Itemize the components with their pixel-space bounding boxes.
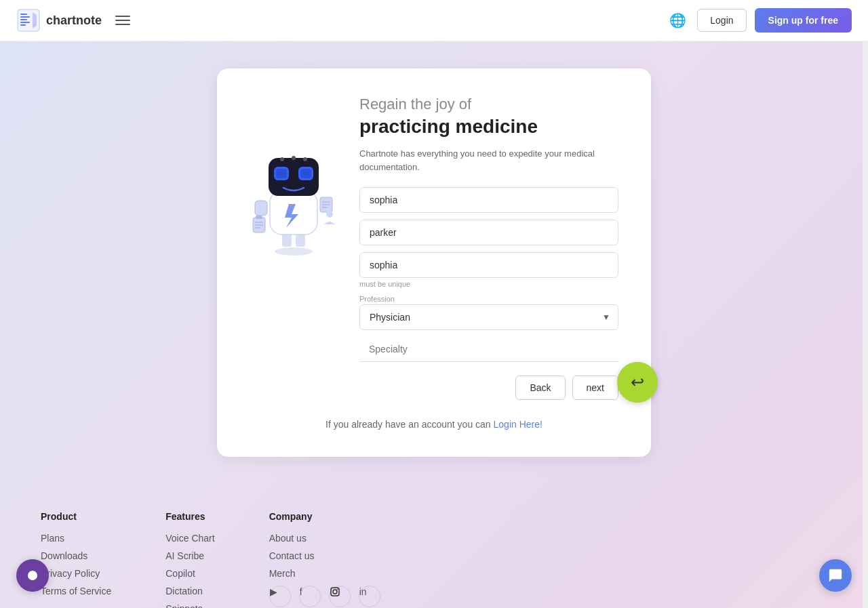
first-name-input[interactable] [359, 187, 618, 213]
youtube-icon[interactable]: ▶ [269, 586, 291, 607]
svg-rect-14 [300, 169, 311, 178]
signup-card: Regain the joy of practicing medicine Ch… [217, 68, 651, 457]
login-button[interactable]: Login [697, 9, 746, 32]
chat-widget[interactable] [819, 559, 852, 592]
svg-rect-4 [20, 22, 30, 23]
specialty-group [359, 337, 618, 362]
header-right: 🌐 Login Sign up for free [667, 8, 852, 33]
svg-rect-27 [256, 216, 262, 219]
footer-product-heading: Product [41, 511, 111, 522]
unique-hint: must be unique [359, 280, 618, 288]
menu-button[interactable] [113, 13, 133, 28]
last-name-group [359, 220, 618, 245]
login-here-link[interactable]: Login Here! [494, 419, 542, 430]
footer-social: ▶ f in [269, 586, 380, 608]
header-left: chartnote [16, 8, 133, 33]
username-group: must be unique [359, 252, 618, 288]
footer-link-contact[interactable]: Contact us [269, 550, 380, 561]
robot-illustration [250, 96, 338, 261]
signup-button[interactable]: Sign up for free [755, 8, 852, 33]
login-link-text: If you already have an account you can L… [250, 419, 618, 430]
headline-main: practicing medicine [359, 116, 618, 138]
logo-text: chartnote [46, 14, 102, 28]
profession-label: Profession [359, 295, 618, 303]
main-content: Regain the joy of practicing medicine Ch… [0, 41, 868, 484]
footer-features-col: Features Voice Chart AI Scribe Copilot D… [165, 511, 214, 608]
footer-company-col: Company About us Contact us Merch ▶ f in [269, 511, 380, 608]
profession-select-wrapper: Physician Nurse Nurse Practitioner Other… [359, 304, 618, 330]
form-actions: Back next [359, 376, 618, 400]
first-name-group [359, 187, 618, 213]
svg-point-16 [292, 156, 296, 160]
site-header: chartnote 🌐 Login Sign up for free [0, 0, 868, 41]
robot-svg [250, 136, 338, 258]
cursor-indicator: ↩ [617, 362, 658, 403]
svg-point-33 [336, 589, 338, 590]
svg-point-25 [326, 211, 333, 218]
scrollbar[interactable] [863, 0, 868, 608]
purple-dot-widget[interactable] [16, 559, 49, 592]
language-button[interactable]: 🌐 [667, 9, 689, 31]
form-section: Regain the joy of practicing medicine Ch… [359, 96, 618, 400]
linkedin-icon[interactable]: in [359, 586, 380, 607]
subtitle: Chartnote has everything you need to exp… [359, 147, 618, 174]
svg-point-17 [303, 157, 307, 161]
chat-icon [828, 568, 843, 583]
logo[interactable]: chartnote [16, 8, 102, 33]
svg-rect-5 [20, 24, 26, 26]
logo-icon [16, 8, 41, 33]
footer-link-voice-chart[interactable]: Voice Chart [165, 533, 214, 544]
svg-rect-3 [20, 19, 27, 20]
instagram-icon[interactable] [329, 586, 351, 607]
footer-link-downloads[interactable]: Downloads [41, 550, 111, 561]
svg-rect-31 [331, 588, 339, 596]
form-layout: Regain the joy of practicing medicine Ch… [250, 96, 618, 400]
profession-group: Profession Physician Nurse Nurse Practit… [359, 295, 618, 330]
next-button[interactable]: next [572, 376, 618, 400]
footer-link-ai-scribe[interactable]: AI Scribe [165, 550, 214, 561]
footer-link-snippets[interactable]: Snippets [165, 603, 214, 608]
svg-point-32 [333, 590, 337, 594]
profession-select[interactable]: Physician Nurse Nurse Practitioner Other [359, 304, 618, 330]
footer-link-merch[interactable]: Merch [269, 568, 380, 579]
svg-rect-18 [255, 201, 267, 216]
footer-link-dictation[interactable]: Dictation [165, 586, 214, 596]
svg-rect-9 [270, 190, 317, 235]
footer-link-copilot[interactable]: Copilot [165, 568, 214, 579]
svg-point-6 [275, 247, 313, 256]
purple-dot-inner [28, 571, 37, 580]
footer-company-heading: Company [269, 511, 380, 522]
svg-point-15 [280, 157, 284, 161]
back-button[interactable]: Back [515, 376, 565, 400]
svg-rect-2 [20, 16, 30, 18]
footer-links: Product Plans Downloads Privacy Policy T… [41, 511, 827, 608]
svg-rect-12 [276, 169, 287, 178]
footer-features-heading: Features [165, 511, 214, 522]
last-name-input[interactable] [359, 220, 618, 245]
footer-link-plans[interactable]: Plans [41, 533, 111, 544]
username-input[interactable] [359, 252, 618, 278]
footer-link-about[interactable]: About us [269, 533, 380, 544]
facebook-icon[interactable]: f [299, 586, 321, 607]
footer-product-col: Product Plans Downloads Privacy Policy T… [41, 511, 111, 608]
specialty-input[interactable] [359, 337, 618, 362]
headline-sub: Regain the joy of [359, 96, 618, 113]
footer-link-terms[interactable]: Terms of Service [41, 586, 111, 596]
site-footer: Product Plans Downloads Privacy Policy T… [0, 484, 868, 608]
footer-link-privacy[interactable]: Privacy Policy [41, 568, 111, 579]
svg-rect-1 [20, 14, 27, 15]
